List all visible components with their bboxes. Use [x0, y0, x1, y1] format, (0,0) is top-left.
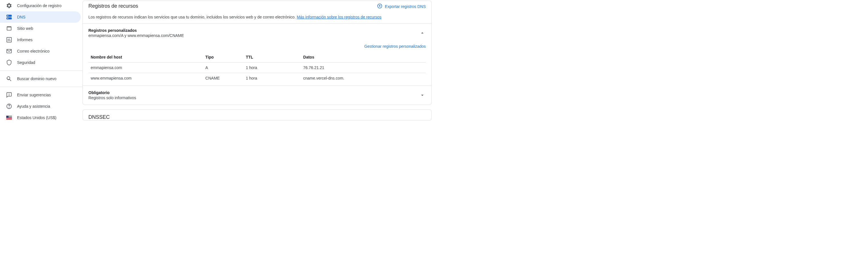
manage-custom-records-link[interactable]: Gestionar registros personalizados — [364, 44, 426, 48]
chart-icon — [6, 36, 12, 43]
resource-records-card: Registros de recursos Exportar registros… — [83, 1, 432, 105]
custom-records-toggle[interactable]: Registros personalizados emmapiensa.com/… — [83, 24, 431, 42]
download-icon — [377, 3, 382, 10]
sidebar-item-help[interactable]: Ayuda y asistencia — [0, 101, 81, 112]
chevron-down-icon — [419, 92, 426, 99]
search-icon — [6, 75, 12, 82]
divider — [0, 87, 83, 87]
sidebar-item-label: Estados Unidos (US$) — [17, 115, 57, 120]
export-dns-label: Exportar registros DNS — [385, 4, 426, 9]
sidebar-item-label: Correo electrónico — [17, 49, 50, 54]
sidebar-item-reports[interactable]: Informes — [0, 34, 81, 45]
chevron-up-icon — [419, 30, 426, 36]
shield-icon — [6, 59, 12, 66]
required-records-sub: Registros solo informativos — [88, 96, 136, 100]
svg-point-6 — [9, 95, 9, 96]
feedback-icon — [6, 92, 12, 98]
th-data: Datos — [301, 52, 426, 63]
mail-icon — [6, 48, 12, 55]
website-icon — [6, 25, 12, 32]
sidebar-item-locale[interactable]: Estados Unidos (US$) — [0, 112, 81, 123]
sidebar-item-label: DNS — [17, 15, 26, 19]
sidebar-item-security[interactable]: Seguridad — [0, 57, 81, 68]
cell-type: CNAME — [203, 73, 244, 84]
cell-type: A — [203, 63, 244, 73]
sidebar-item-label: Configuración de registro — [17, 3, 61, 8]
sidebar-item-registration-settings[interactable]: Configuración de registro — [0, 0, 81, 11]
cell-data: cname.vercel-dns.com. — [301, 73, 426, 84]
th-type: Tipo — [203, 52, 244, 63]
cell-ttl: 1 hora — [244, 73, 301, 84]
sidebar-item-label: Informes — [17, 37, 32, 42]
sidebar-item-label: Ayuda y asistencia — [17, 104, 50, 108]
custom-records-sub: emmapiensa.com/A y www.emmapiensa.com/CN… — [88, 33, 184, 38]
sidebar-item-email[interactable]: Correo electrónico — [0, 45, 81, 57]
dns-icon — [6, 14, 12, 21]
cell-host: www.emmapiensa.com — [88, 73, 203, 84]
table-row: www.emmapiensa.com CNAME 1 hora cname.ve… — [88, 73, 426, 84]
sidebar-item-website[interactable]: Sitio web — [0, 23, 81, 34]
cell-ttl: 1 hora — [244, 63, 301, 73]
card-description: Los registros de recursos indican los se… — [83, 10, 431, 23]
sidebar-item-dns[interactable]: DNS — [0, 11, 81, 23]
card-title: Registros de recursos — [88, 3, 138, 9]
main-content: Registros de recursos Exportar registros… — [83, 0, 434, 133]
sidebar-item-feedback[interactable]: Enviar sugerencias — [0, 89, 81, 101]
dnssec-card: DNSSEC — [83, 109, 432, 121]
custom-records-title: Registros personalizados — [88, 28, 184, 33]
desc-text: Los registros de recursos indican los se… — [88, 15, 297, 19]
svg-point-8 — [9, 107, 9, 108]
dnssec-title: DNSSEC — [88, 114, 426, 120]
sidebar-item-label: Buscar dominio nuevo — [17, 76, 57, 81]
export-dns-link[interactable]: Exportar registros DNS — [377, 3, 426, 10]
required-records-toggle[interactable]: Obligatorio Registros solo informativos — [83, 86, 431, 105]
cell-host: emmapiensa.com — [88, 63, 203, 73]
help-icon — [6, 103, 12, 110]
us-flag-icon — [6, 114, 12, 121]
table-row: emmapiensa.com A 1 hora 76.76.21.21 — [88, 63, 426, 73]
sidebar-item-search-domain[interactable]: Buscar dominio nuevo — [0, 73, 81, 85]
sidebar-item-label: Sitio web — [17, 26, 33, 31]
required-records-section: Obligatorio Registros solo informativos — [83, 86, 431, 105]
custom-records-section: Registros personalizados emmapiensa.com/… — [83, 23, 431, 86]
required-records-title: Obligatorio — [88, 90, 136, 95]
learn-more-link[interactable]: Más información sobre los registros de r… — [297, 15, 381, 19]
sidebar: Configuración de registro DNS Sitio web … — [0, 0, 83, 133]
sidebar-item-label: Seguridad — [17, 60, 35, 65]
sidebar-item-label: Enviar sugerencias — [17, 93, 51, 97]
th-host: Nombre del host — [88, 52, 203, 63]
divider — [0, 70, 83, 71]
dns-records-table: Nombre del host Tipo TTL Datos emmapiens… — [88, 52, 426, 83]
cell-data: 76.76.21.21 — [301, 63, 426, 73]
gear-icon — [6, 2, 12, 9]
th-ttl: TTL — [244, 52, 301, 63]
